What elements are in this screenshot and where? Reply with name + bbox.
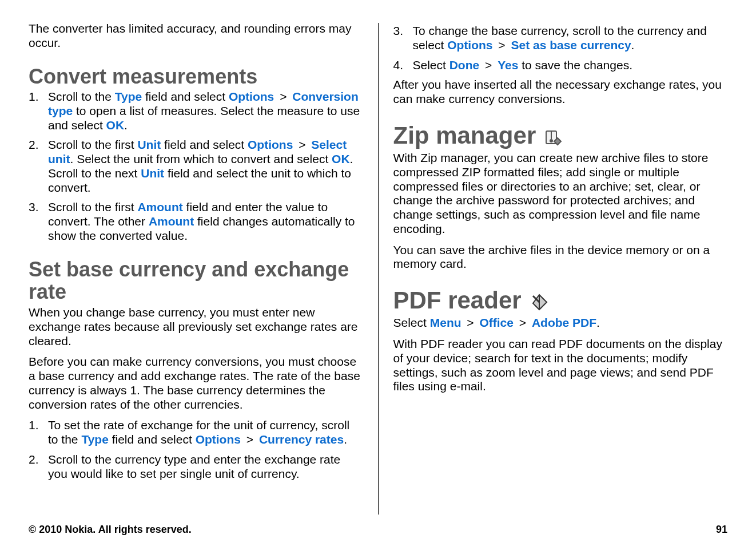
type-label: Type <box>115 90 142 103</box>
heading-pdf-reader: PDF reader <box>393 287 728 314</box>
unit-label: Unit <box>141 167 164 180</box>
office-label: Office <box>479 316 514 329</box>
heading-base-currency: Set base currency and exchange rate <box>29 258 363 303</box>
unit-label: Unit <box>137 138 161 151</box>
svg-point-2 <box>550 140 552 142</box>
amount-label: Amount <box>137 200 182 213</box>
yes-label: Yes <box>498 58 518 72</box>
pdf-paragraph-1: With PDF reader you can read PDF documen… <box>393 337 728 394</box>
heading-zip-label: Zip manager <box>393 122 536 149</box>
rate-step-3: To change the base currency, scroll to t… <box>393 24 728 53</box>
options-label: Options <box>248 138 293 151</box>
heading-zip-manager: Zip manager <box>393 122 728 149</box>
convert-step-2: Scroll to the first Unit field and selec… <box>29 138 363 195</box>
heading-pdf-label: PDF reader <box>393 287 522 314</box>
heading-convert-measurements: Convert measurements <box>29 65 363 88</box>
rate-steps-continued: To change the base currency, scroll to t… <box>393 24 728 72</box>
adobe-pdf-label: Adobe PDF <box>532 316 596 329</box>
convert-step-3: Scroll to the first Amount field and ent… <box>29 200 363 243</box>
breadcrumb-separator: > <box>293 138 311 151</box>
ok-label: OK <box>106 118 125 132</box>
breadcrumb-separator: > <box>493 38 511 52</box>
zip-manager-icon <box>544 126 563 145</box>
breadcrumb-separator: > <box>274 90 292 103</box>
after-rates-text: After you have inserted all the necessar… <box>393 78 728 106</box>
zip-paragraph-2: You can save the archive files in the de… <box>393 243 728 272</box>
content-columns: The converter has limited accuracy, and … <box>29 22 727 516</box>
left-column: The converter has limited accuracy, and … <box>29 22 363 516</box>
breadcrumb-separator: > <box>461 316 480 329</box>
rate-paragraph-2: Before you can make currency conversions… <box>29 355 363 412</box>
rate-step-1: To set the rate of exchange for the unit… <box>29 418 363 447</box>
column-divider <box>378 23 379 515</box>
page-number: 91 <box>716 524 727 536</box>
page-footer: © 2010 Nokia. All rights reserved. 91 <box>29 516 727 536</box>
menu-label: Menu <box>430 316 461 329</box>
copyright-text: © 2010 Nokia. All rights reserved. <box>29 524 192 536</box>
options-label: Options <box>447 38 492 52</box>
rate-paragraph-1: When you change base currency, you must … <box>29 306 363 348</box>
rate-step-4: Select Done > Yes to save the changes. <box>393 58 728 73</box>
breadcrumb-separator: > <box>241 433 259 446</box>
options-label: Options <box>196 433 241 446</box>
amount-label: Amount <box>149 215 194 228</box>
type-label: Type <box>81 433 108 446</box>
set-base-currency-label: Set as base currency <box>511 38 631 52</box>
rate-step-2: Scroll to the currency type and enter th… <box>29 453 363 481</box>
intro-text: The converter has limited accuracy, and … <box>29 22 363 50</box>
done-label: Done <box>449 58 480 72</box>
right-column: To change the base currency, scroll to t… <box>393 22 728 516</box>
convert-steps-list: Scroll to the Type field and select Opti… <box>29 90 363 243</box>
page: The converter has limited accuracy, and … <box>0 0 756 546</box>
convert-step-1: Scroll to the Type field and select Opti… <box>29 90 363 132</box>
breadcrumb-separator: > <box>479 58 498 72</box>
rate-steps-list: To set the rate of exchange for the unit… <box>29 418 363 481</box>
breadcrumb-separator: > <box>514 316 532 329</box>
ok-label: OK <box>332 152 350 165</box>
pdf-select-path: Select Menu > Office > Adobe PDF. <box>393 316 728 330</box>
zip-paragraph-1: With Zip manager, you can create new arc… <box>393 151 728 236</box>
currency-rates-label: Currency rates <box>259 433 344 446</box>
options-label: Options <box>229 90 274 103</box>
pdf-reader-icon <box>530 291 549 310</box>
